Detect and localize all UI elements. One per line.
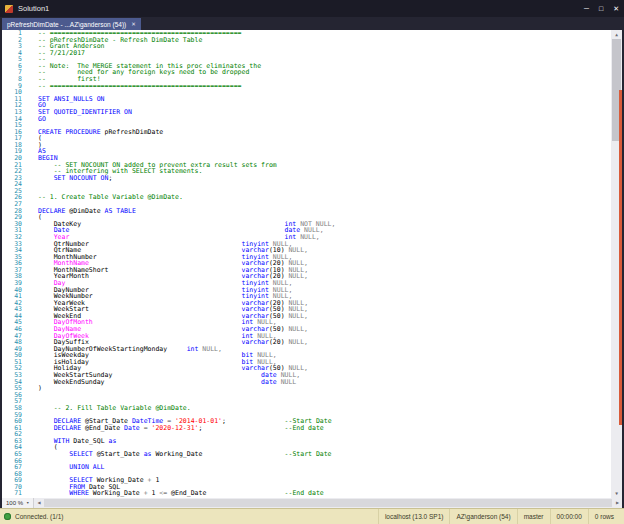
code-line[interactable]: 67 UNION ALL <box>2 464 611 471</box>
code-text: SELECT @Start_Date as Working_Date --Sta… <box>38 451 332 458</box>
status-cell: 00:00:00 <box>550 509 588 524</box>
scroll-left-icon[interactable]: ◀ <box>34 498 43 508</box>
scrollbar-change-annotation-strip <box>619 90 622 425</box>
ssms-window: Solution1 ─ □ ✕ pRefreshDimDate - ...AZ\… <box>0 0 624 524</box>
code-text: DECLARE @DimDate AS TABLE <box>38 208 136 215</box>
code-text: SET ANSI_NULLS ON <box>38 96 105 103</box>
status-right: localhost (13.0 SP1)AZ\ganderson (54)mas… <box>378 509 620 524</box>
code-line[interactable]: 13SET QUOTED_IDENTIFIER ON <box>2 109 611 116</box>
vertical-scrollbar[interactable]: ▲ ▼ <box>611 30 622 498</box>
horizontal-scrollbar-thumb[interactable] <box>44 499 612 507</box>
tab-close-icon[interactable]: ✕ <box>131 21 136 27</box>
code-line[interactable]: 65 SELECT @Start_Date as Working_Date --… <box>2 451 611 458</box>
code-line[interactable]: 58 -- 2. Fill Table Variable @DimDate. <box>2 405 611 412</box>
code-line[interactable]: 23 SET NOCOUNT ON; <box>2 175 611 182</box>
tab-label: pRefreshDimDate - ...AZ\ganderson (54)) <box>7 21 126 28</box>
code-text: WHERE Working_Date + 1 <= @End_Date --En… <box>38 490 324 497</box>
status-cell: 0 rows <box>588 509 620 524</box>
code-line[interactable]: 16CREATE PROCEDURE pRefreshDimDate <box>2 129 611 136</box>
app-icon <box>5 5 13 13</box>
zoom-level: 100 % <box>6 500 23 506</box>
code-line[interactable]: 61 DECLARE @End_Date Date = '2020-12-31'… <box>2 425 611 432</box>
code-text: DECLARE @End_Date Date = '2020-12-31'; -… <box>38 425 324 432</box>
connected-status-icon <box>4 513 11 520</box>
code-text: UNION ALL <box>38 464 105 471</box>
code-line[interactable]: 55) <box>2 385 611 392</box>
code-text: -- 2. Fill Table Variable @DimDate. <box>38 405 191 412</box>
close-button[interactable]: ✕ <box>613 5 619 13</box>
status-cell: master <box>517 509 550 524</box>
code-line[interactable]: 19AS <box>2 148 611 155</box>
code-text: GO <box>38 116 46 123</box>
code-line[interactable]: 11SET ANSI_NULLS ON <box>2 96 611 103</box>
code-line[interactable]: 4-- 7/21/2017 <box>2 50 611 57</box>
zoom-select[interactable]: 100 % ▼ <box>2 498 34 508</box>
code-line[interactable]: 54 WeekEndSunday date NULL <box>2 379 611 386</box>
code-text: ) <box>38 385 42 392</box>
code-line[interactable]: 71 WHERE Working_Date + 1 <= @End_Date -… <box>2 490 611 497</box>
code-text: SET QUOTED_IDENTIFIER ON <box>38 109 132 116</box>
scroll-up-icon[interactable]: ▲ <box>611 30 622 39</box>
status-bar: Connected. (1/1) localhost (13.0 SP1)AZ\… <box>0 508 624 524</box>
code-line[interactable]: 24 <box>2 181 611 188</box>
code-line[interactable]: 14GO <box>2 116 611 123</box>
code-text: CREATE PROCEDURE pRefreshDimDate <box>38 129 163 136</box>
tab-prefreshdimdate[interactable]: pRefreshDimDate - ...AZ\ganderson (54)) … <box>2 18 141 30</box>
title-bar: Solution1 ─ □ ✕ <box>0 0 624 17</box>
maximize-button[interactable]: □ <box>599 5 603 13</box>
window-title: Solution1 <box>18 4 49 13</box>
minimize-button[interactable]: ─ <box>584 5 589 13</box>
horizontal-scrollbar[interactable]: ◀ ▶ <box>34 498 622 508</box>
status-cell: localhost (13.0 SP1) <box>378 509 450 524</box>
code-line[interactable]: 9-- ====================================… <box>2 83 611 90</box>
line-number: 71 <box>2 490 22 497</box>
editor-bottom-bar: 100 % ▼ ◀ ▶ <box>0 498 624 508</box>
code-line[interactable]: 17( <box>2 135 611 142</box>
code-line[interactable]: 63 WITH Date_SQL as <box>2 438 611 445</box>
code-text: WeekEndSunday date NULL <box>38 379 296 386</box>
code-line[interactable]: 3-- Grant Anderson <box>2 43 611 50</box>
document-tab-strip: pRefreshDimDate - ...AZ\ganderson (54)) … <box>0 17 624 30</box>
code-text: -- 1. Create Table Variable @DimDate. <box>38 194 183 201</box>
code-editor: 1-- ====================================… <box>0 30 624 498</box>
code-text: SET NOCOUNT ON; <box>38 175 112 182</box>
chevron-down-icon: ▼ <box>26 501 29 505</box>
status-cell: AZ\ganderson (54) <box>449 509 516 524</box>
connection-status-text: Connected. (1/1) <box>15 513 63 520</box>
scroll-right-icon[interactable]: ▶ <box>613 498 622 508</box>
code-lines[interactable]: 1-- ====================================… <box>2 30 611 498</box>
code-line[interactable]: 56 <box>2 392 611 399</box>
code-line[interactable]: 28DECLARE @DimDate AS TABLE <box>2 208 611 215</box>
code-text: -- =====================================… <box>38 83 242 90</box>
window-controls: ─ □ ✕ <box>584 5 619 13</box>
code-line[interactable]: 26-- 1. Create Table Variable @DimDate. <box>2 194 611 201</box>
scroll-down-icon[interactable]: ▼ <box>611 489 622 498</box>
code-line[interactable]: 18) <box>2 142 611 149</box>
